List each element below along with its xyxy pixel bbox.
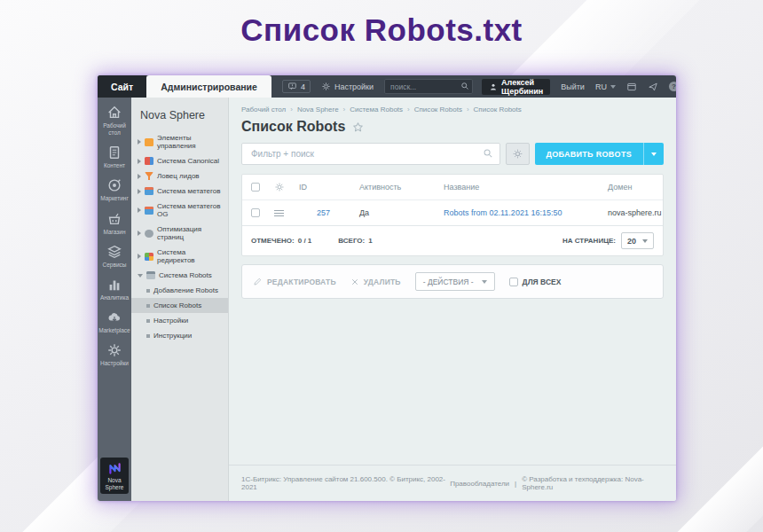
topbar-search-input[interactable] xyxy=(384,79,473,94)
gear-icon xyxy=(512,148,523,160)
delete-button[interactable]: УДАЛИТЬ xyxy=(350,278,401,286)
tab-administration[interactable]: Администрирование xyxy=(146,75,271,98)
sidebar-item-page-optimization[interactable]: Оптимизация страниц xyxy=(131,222,228,245)
sidebar-item-robots-list[interactable]: Список Robots xyxy=(131,298,228,313)
checked-label: ОТМЕЧЕНО: xyxy=(251,237,295,245)
sidebar-item-canonical[interactable]: Система Canonical xyxy=(131,153,228,168)
filter-toolbar: ДОБАВИТЬ ROBOTS xyxy=(229,143,676,165)
footer-rights-link[interactable]: Правообладатели xyxy=(450,480,509,488)
row-id-link[interactable]: 257 xyxy=(299,208,359,217)
sidebar-item-lead-catcher[interactable]: Ловец лидов xyxy=(131,168,228,184)
sidebar-title: Nova Sphere xyxy=(131,106,228,130)
breadcrumb-separator: › xyxy=(290,106,293,113)
controls-icon xyxy=(145,138,153,146)
tab-site[interactable]: Сайт xyxy=(98,75,146,98)
breadcrumb-item[interactable]: Рабочий стол xyxy=(241,106,286,113)
language-switcher[interactable]: RU xyxy=(595,82,616,91)
column-header-name[interactable]: Название xyxy=(444,183,608,192)
rail-item-marketing[interactable]: Маркетинг xyxy=(98,177,131,202)
sidebar-item-controls[interactable]: Элементы управления xyxy=(131,130,228,153)
breadcrumb-item[interactable]: Nova Sphere xyxy=(297,106,339,113)
nova-sphere-logo xyxy=(107,461,122,476)
row-activity: Да xyxy=(359,208,444,217)
sidebar-item-redirects[interactable]: Система редиректов xyxy=(131,245,228,268)
current-user-button[interactable]: Алексей Щербинин xyxy=(482,79,550,95)
robots-window-icon xyxy=(146,271,155,279)
logout-button[interactable]: Выйти xyxy=(561,82,585,91)
home-icon xyxy=(106,105,122,121)
column-settings-gear-icon[interactable] xyxy=(274,182,299,192)
rail-item-content[interactable]: Контент xyxy=(98,145,131,169)
notification-bubble-icon xyxy=(287,82,297,91)
column-header-id[interactable]: ID xyxy=(299,183,359,192)
chevron-down-icon xyxy=(138,274,143,278)
row-menu-icon[interactable] xyxy=(274,210,284,216)
pin-panel-button[interactable] xyxy=(648,82,658,92)
bulk-action-bar: РЕДАКТИРОВАТЬ УДАЛИТЬ - ДЕЙСТВИЯ - ДЛЯ В… xyxy=(241,264,664,299)
chevron-down-icon xyxy=(651,153,657,156)
actions-dropdown[interactable]: - ДЕЙСТВИЯ - xyxy=(415,272,495,291)
layers-icon xyxy=(106,244,122,260)
cloud-icon xyxy=(106,309,122,325)
per-page-select[interactable]: 20 xyxy=(621,232,654,249)
sidebar-item-robots-settings[interactable]: Настройки xyxy=(131,313,228,328)
window-footer: 1С-Битрикс: Управление сайтом 21.600.500… xyxy=(229,465,676,501)
select-all-checkbox[interactable] xyxy=(251,183,260,192)
x-icon xyxy=(350,278,359,286)
funnel-icon xyxy=(145,172,153,180)
column-header-domain[interactable]: Домен xyxy=(608,183,663,192)
add-robots-button[interactable]: ДОБАВИТЬ ROBOTS xyxy=(535,143,664,165)
add-robots-dropdown[interactable] xyxy=(643,143,664,165)
sidebar-item-instructions[interactable]: Инструкции xyxy=(131,328,228,343)
browser-icon xyxy=(145,207,153,215)
sidebar-item-metatags[interactable]: Система метатегов xyxy=(131,184,228,199)
search-icon xyxy=(460,82,469,90)
breadcrumb-item[interactable]: Список Robots xyxy=(414,106,462,113)
rail-item-settings[interactable]: Настройки xyxy=(98,342,131,367)
rail-item-desktop[interactable]: Рабочий стол xyxy=(98,105,131,137)
rail-item-nova-sphere[interactable]: Nova Sphere xyxy=(100,458,129,494)
for-all-label: ДЛЯ ВСЕХ xyxy=(523,278,562,286)
topbar-settings-button[interactable]: Настройки xyxy=(321,82,374,91)
chevron-right-icon xyxy=(138,207,141,213)
bullet-icon xyxy=(146,334,150,338)
for-all-checkbox[interactable] xyxy=(509,278,518,286)
breadcrumb-item[interactable]: Список Robots xyxy=(474,106,522,113)
favorite-star-icon[interactable] xyxy=(352,121,364,133)
rail-item-analytics[interactable]: Аналитика xyxy=(98,277,131,301)
filter-search-input[interactable] xyxy=(241,143,500,165)
sidebar-item-add-robots[interactable]: Добавление Robots xyxy=(131,283,228,298)
checked-value: 0 / 1 xyxy=(298,237,312,245)
row-name-link[interactable]: Robots from 02.11.2021 16:15:50 xyxy=(444,208,608,217)
total-label: ВСЕГО: xyxy=(338,237,365,245)
bullet-icon xyxy=(146,304,150,308)
chevron-right-icon xyxy=(138,139,141,145)
row-checkbox[interactable] xyxy=(251,208,260,217)
sidebar-item-metatags-og[interactable]: Система метатегов OG xyxy=(131,199,228,222)
rail-item-shop[interactable]: Магазин xyxy=(98,211,131,236)
window-icon xyxy=(626,82,637,92)
help-button[interactable]: ? Помощь xyxy=(669,82,676,91)
bullet-icon xyxy=(146,319,150,323)
breadcrumb-separator: › xyxy=(407,106,410,113)
search-icon xyxy=(483,148,493,159)
table-summary-bar: ОТМЕЧЕНО: 0 / 1 ВСЕГО: 1 НА СТРАНИЦЕ: 20 xyxy=(242,225,663,255)
rail-item-marketplace[interactable]: Marketplace xyxy=(98,309,131,334)
breadcrumb-item[interactable]: Система Robots xyxy=(350,106,403,113)
edit-button[interactable]: РЕДАКТИРОВАТЬ xyxy=(253,277,336,286)
grid-settings-button[interactable] xyxy=(506,143,530,165)
rail-item-services[interactable]: Сервисы xyxy=(98,244,131,269)
user-icon xyxy=(489,82,498,91)
page-background: Список Robots.txt Сайт Администрирование… xyxy=(0,0,763,532)
target-icon xyxy=(106,177,122,193)
chevron-down-icon xyxy=(642,239,648,243)
column-header-activity[interactable]: Активность xyxy=(359,183,444,192)
sidebar-item-robots-system[interactable]: Система Robots xyxy=(131,268,228,283)
language-label: RU xyxy=(595,82,607,91)
desktop-mode-button[interactable] xyxy=(626,82,637,92)
gauge-icon xyxy=(145,230,153,238)
main-content: Рабочий стол › Nova Sphere › Система Rob… xyxy=(229,98,676,501)
chevron-down-icon xyxy=(482,280,487,284)
notifications-button[interactable]: 4 xyxy=(282,80,311,93)
app-window: Сайт Администрирование 4 Настройки Алекс… xyxy=(98,75,676,501)
